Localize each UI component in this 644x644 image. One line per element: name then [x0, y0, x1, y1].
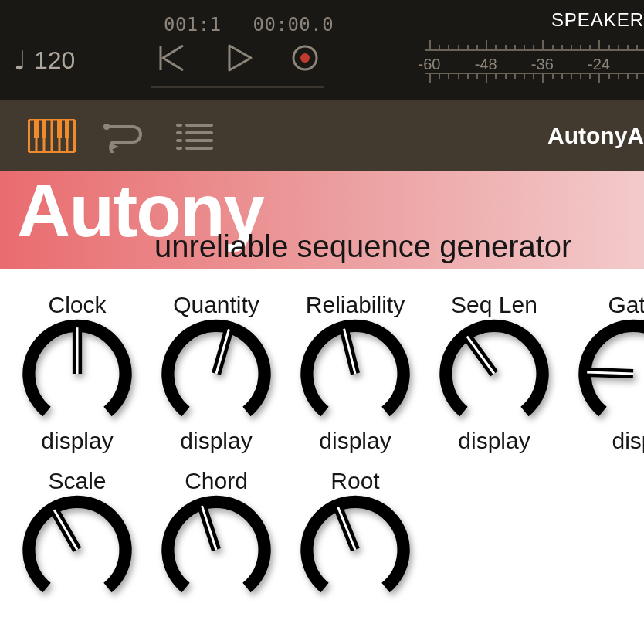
quarter-note-icon: ♩: [14, 45, 26, 76]
play-button[interactable]: [221, 40, 256, 76]
knob-label: Clock: [48, 292, 106, 318]
svg-rect-15: [65, 120, 69, 138]
knob-label: Quantity: [173, 292, 259, 318]
knob-dial[interactable]: [303, 321, 408, 426]
knob-label: Seq Len: [451, 292, 537, 318]
knob-label: Gate: [608, 292, 644, 318]
svg-rect-14: [57, 120, 62, 138]
knob-value: display: [458, 428, 530, 454]
knob-clock: Clockdisplay: [23, 292, 131, 454]
knob-gate: Gatedisp: [579, 292, 644, 454]
rewind-button[interactable]: [154, 40, 190, 76]
svg-line-35: [587, 372, 633, 374]
transport-bar: 001:1 00:00.0 SPEAKER ♩ 120: [0, 0, 644, 100]
speaker-label: SPEAKER: [551, 9, 644, 31]
transport-underline: [151, 86, 324, 88]
svg-point-17: [103, 124, 110, 130]
plugin-name-label: AutonyA: [547, 123, 644, 149]
time-readout: 00:00.0: [253, 14, 334, 36]
keyboard-view-button[interactable]: [23, 113, 80, 159]
svg-point-3: [300, 53, 310, 63]
svg-rect-12: [34, 120, 39, 138]
plugin-subtitle: unreliable sequence generator: [154, 229, 571, 264]
svg-marker-1: [229, 46, 251, 70]
meter-tick-label: -48: [475, 56, 497, 73]
keyboard-icon: [28, 119, 76, 153]
list-view-button[interactable]: [165, 113, 222, 159]
knob-row-2: ScaleChordRoot: [23, 468, 621, 604]
knob-root: Root: [301, 468, 409, 604]
routing-view-button[interactable]: [94, 113, 151, 159]
svg-marker-16: [111, 144, 119, 150]
knob-label: Scale: [48, 468, 106, 494]
plugin-panel: ClockdisplayQuantitydisplayReliabilitydi…: [0, 269, 644, 644]
knob-label: Reliability: [306, 292, 405, 318]
transport-buttons: [154, 40, 323, 76]
svg-line-39: [202, 506, 216, 550]
app-toolbar: AutonyA: [0, 100, 644, 171]
plugin-header: Autony unreliable sequence generator: [0, 171, 644, 269]
knob-label: Root: [330, 468, 379, 494]
knob-dial[interactable]: [581, 321, 644, 426]
knob-dial[interactable]: [164, 321, 269, 426]
knob-value: display: [41, 428, 113, 454]
record-button[interactable]: [287, 40, 323, 76]
knob-dial[interactable]: [442, 321, 547, 426]
knob-quantity: Quantitydisplay: [162, 292, 270, 454]
knob-label: Chord: [185, 468, 248, 494]
svg-line-41: [338, 507, 355, 550]
knob-dial[interactable]: [303, 497, 408, 602]
knob-dial[interactable]: [25, 497, 130, 602]
position-readout: 001:1 00:00.0: [164, 14, 354, 36]
knob-value: display: [319, 428, 391, 454]
knob-row-1: ClockdisplayQuantitydisplayReliabilitydi…: [23, 292, 621, 454]
meter-tick-label: -24: [588, 56, 610, 73]
meter-tick-label: -60: [419, 56, 441, 73]
knob-dial[interactable]: [25, 321, 130, 426]
routing-icon: [102, 119, 144, 153]
knob-value: disp: [612, 428, 644, 454]
knob-value: display: [180, 428, 252, 454]
svg-rect-13: [42, 120, 46, 138]
tempo-value: 120: [34, 46, 75, 75]
knob-scale: Scale: [23, 468, 131, 604]
list-icon: [175, 120, 213, 151]
output-meter: -60-48-36-24: [425, 39, 644, 85]
meter-tick-label: -36: [531, 56, 554, 73]
knob-seq-len: Seq Lendisplay: [440, 292, 548, 454]
knob-chord: Chord: [162, 468, 270, 604]
tempo-field[interactable]: ♩ 120: [14, 45, 75, 76]
knob-dial[interactable]: [164, 497, 269, 602]
svg-line-33: [467, 337, 494, 374]
svg-line-37: [54, 510, 77, 550]
knob-reliability: Reliabilitydisplay: [301, 292, 409, 454]
bar-beat: 001:1: [164, 14, 222, 36]
